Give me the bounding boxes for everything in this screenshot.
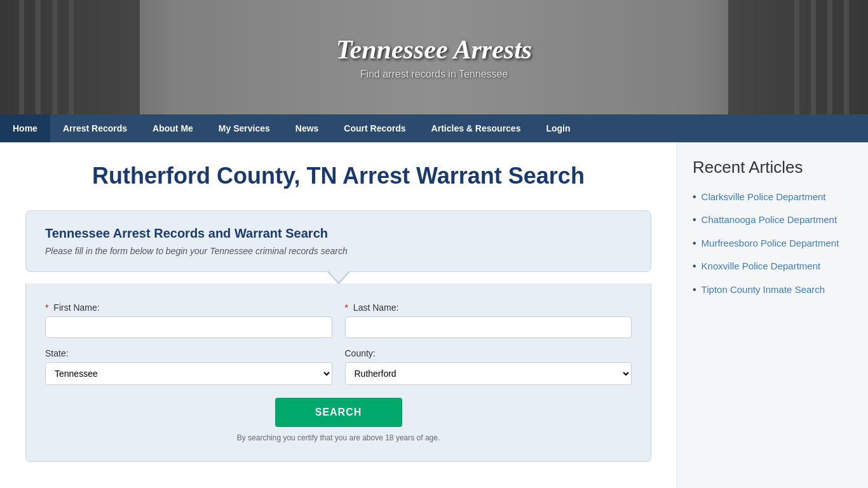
last-name-group: * Last Name: — [345, 302, 632, 338]
main-nav: Home Arrest Records About Me My Services… — [0, 114, 868, 142]
county-group: County: Rutherford — [345, 348, 632, 385]
nav-home[interactable]: Home — [0, 114, 50, 142]
first-name-label-text: First Name: — [53, 302, 99, 313]
list-item: • Knoxville Police Department — [693, 259, 853, 273]
search-button[interactable]: SEARCH — [275, 398, 402, 427]
site-header: Tennessee Arrests Find arrest records in… — [0, 0, 868, 114]
form-disclaimer: By searching you certify that you are ab… — [45, 433, 632, 442]
page-title: Rutherford County, TN Arrest Warrant Sea… — [25, 161, 651, 191]
bars-left — [19, 0, 74, 114]
recent-articles-list: • Clarksville Police Department • Chatta… — [693, 190, 853, 297]
search-box-subtitle: Please fill in the form below to begin y… — [45, 246, 632, 256]
article-link-chattanooga[interactable]: Chattanooga Police Department — [702, 213, 837, 226]
nav-about-me[interactable]: About Me — [140, 114, 206, 142]
bullet-icon: • — [693, 190, 696, 204]
list-item: • Clarksville Police Department — [693, 190, 853, 204]
sidebar: Recent Articles • Clarksville Police Dep… — [677, 142, 868, 488]
search-form: * First Name: * Last Name: — [45, 302, 632, 442]
bullet-icon: • — [693, 259, 696, 273]
first-name-input[interactable] — [45, 316, 332, 338]
search-box-title: Tennessee Arrest Records and Warrant Sea… — [45, 226, 632, 241]
county-label: County: — [345, 348, 632, 358]
last-name-required-star: * — [345, 302, 348, 313]
bullet-icon: • — [693, 283, 696, 297]
hands-right-decoration — [728, 0, 868, 114]
arrow-down-icon — [327, 272, 350, 285]
header-text: Tennessee Arrests Find arrest records in… — [336, 34, 532, 80]
arrow-container — [25, 272, 651, 285]
nav-news[interactable]: News — [283, 114, 332, 142]
nav-login[interactable]: Login — [533, 114, 583, 142]
bullet-icon: • — [693, 213, 696, 227]
article-link-murfreesboro[interactable]: Murfreesboro Police Department — [702, 236, 839, 250]
sidebar-title: Recent Articles — [693, 158, 853, 177]
first-name-group: * First Name: — [45, 302, 332, 338]
name-row: * First Name: * Last Name: — [45, 302, 632, 338]
nav-my-services[interactable]: My Services — [206, 114, 283, 142]
hands-left-decoration — [0, 0, 140, 114]
state-label: State: — [45, 348, 332, 358]
bars-right — [794, 0, 849, 114]
search-form-area: * First Name: * Last Name: — [25, 283, 651, 462]
site-title: Tennessee Arrests — [336, 34, 532, 65]
first-name-label: * First Name: — [45, 302, 332, 313]
search-description-box: Tennessee Arrest Records and Warrant Sea… — [25, 210, 651, 272]
article-link-knoxville[interactable]: Knoxville Police Department — [702, 259, 821, 273]
main-content: Rutherford County, TN Arrest Warrant Sea… — [0, 142, 677, 488]
list-item: • Murfreesboro Police Department — [693, 236, 853, 250]
last-name-label-text: Last Name: — [353, 302, 399, 313]
nav-articles-resources[interactable]: Articles & Resources — [419, 114, 534, 142]
nav-arrest-records[interactable]: Arrest Records — [50, 114, 140, 142]
article-link-tipton[interactable]: Tipton County Inmate Search — [702, 283, 825, 296]
county-select[interactable]: Rutherford — [345, 362, 632, 385]
site-subtitle: Find arrest records in Tennessee — [336, 69, 532, 80]
state-select[interactable]: Tennessee — [45, 362, 332, 385]
nav-court-records[interactable]: Court Records — [331, 114, 418, 142]
article-link-clarksville[interactable]: Clarksville Police Department — [702, 190, 826, 203]
bullet-icon: • — [693, 236, 696, 250]
last-name-label: * Last Name: — [345, 302, 632, 313]
last-name-input[interactable] — [345, 316, 632, 338]
list-item: • Tipton County Inmate Search — [693, 283, 853, 297]
state-group: State: Tennessee — [45, 348, 332, 385]
page-wrapper: Rutherford County, TN Arrest Warrant Sea… — [0, 142, 868, 488]
list-item: • Chattanooga Police Department — [693, 213, 853, 227]
location-row: State: Tennessee County: Rutherford — [45, 348, 632, 385]
first-name-required-star: * — [45, 302, 48, 313]
